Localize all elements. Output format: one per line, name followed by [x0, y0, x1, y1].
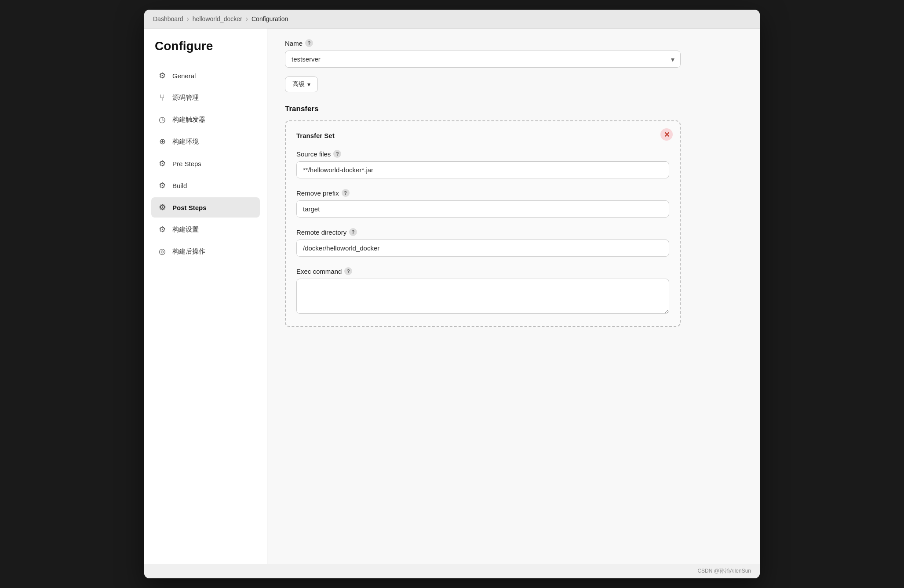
general-icon: ⚙ [157, 71, 167, 80]
advanced-label: 高级 [292, 80, 305, 88]
post-steps-icon: ⚙ [157, 203, 167, 212]
transfer-set-title: Transfer Set [296, 132, 669, 139]
name-select-wrapper: testserver [285, 51, 681, 68]
remove-prefix-label-text: Remove prefix [296, 189, 339, 197]
remove-prefix-input[interactable] [296, 200, 669, 218]
remote-directory-help-icon[interactable]: ? [349, 228, 357, 236]
sidebar-item-build-trigger[interactable]: ◷ 构建触发器 [151, 109, 260, 130]
sidebar-item-build[interactable]: ⚙ Build [151, 175, 260, 196]
breadcrumb-current: Configuration [252, 15, 288, 22]
sidebar-label-post-steps: Post Steps [172, 204, 207, 211]
exec-command-label: Exec command ? [296, 267, 669, 275]
remove-prefix-label: Remove prefix ? [296, 189, 669, 197]
titlebar: Dashboard › helloworld_docker › Configur… [144, 10, 760, 29]
advanced-chevron-icon: ▾ [307, 81, 310, 88]
advanced-button[interactable]: 高级 ▾ [285, 76, 318, 92]
sidebar-label-build: Build [172, 182, 187, 189]
name-help-icon[interactable]: ? [305, 39, 313, 47]
source-files-label: Source files ? [296, 150, 669, 158]
source-icon: ⑂ [157, 93, 167, 102]
sidebar-label-general: General [172, 72, 196, 80]
main-content: Name ? testserver 高级 ▾ Transfers T [267, 29, 760, 564]
remove-transfer-button[interactable]: ✕ [660, 128, 673, 141]
breadcrumb-dashboard[interactable]: Dashboard [153, 15, 183, 22]
main-layout: Configure ⚙ General ⑂ 源码管理 ◷ 构建触发器 ⊕ 构建环… [144, 29, 760, 564]
watermark: CSDN @孙治AllenSun [144, 564, 760, 578]
exec-command-textarea[interactable] [296, 279, 669, 314]
pre-steps-icon: ⚙ [157, 159, 167, 168]
sidebar-item-pre-steps[interactable]: ⚙ Pre Steps [151, 153, 260, 174]
sidebar-item-build-settings[interactable]: ⚙ 构建设置 [151, 219, 260, 240]
name-field-label: Name ? [285, 39, 681, 47]
sidebar-label-source: 源码管理 [172, 94, 199, 102]
remote-directory-input[interactable] [296, 240, 669, 257]
source-files-input[interactable] [296, 161, 669, 178]
sidebar-label-env: 构建环境 [172, 138, 199, 146]
sidebar-label-pre-steps: Pre Steps [172, 160, 201, 167]
sidebar-item-post-steps[interactable]: ⚙ Post Steps [151, 197, 260, 218]
source-files-help-icon[interactable]: ? [333, 150, 341, 158]
sidebar-label-post-build: 构建后操作 [172, 247, 205, 256]
exec-command-help-icon[interactable]: ? [344, 267, 352, 275]
sidebar-item-post-build[interactable]: ◎ 构建后操作 [151, 241, 260, 261]
remote-directory-label: Remote directory ? [296, 228, 669, 236]
breadcrumb: Dashboard › helloworld_docker › Configur… [153, 15, 288, 23]
sidebar-item-general[interactable]: ⚙ General [151, 65, 260, 86]
remove-prefix-help-icon[interactable]: ? [342, 189, 350, 197]
breadcrumb-sep-2: › [246, 15, 248, 23]
close-icon: ✕ [664, 131, 670, 139]
name-select[interactable]: testserver [285, 51, 681, 68]
breadcrumb-project[interactable]: helloworld_docker [193, 15, 242, 22]
sidebar-item-build-env[interactable]: ⊕ 构建环境 [151, 131, 260, 152]
clock-icon: ◷ [157, 115, 167, 124]
source-files-label-text: Source files [296, 150, 331, 158]
remote-directory-label-text: Remote directory [296, 229, 346, 236]
build-settings-icon: ⚙ [157, 225, 167, 234]
app-window: Dashboard › helloworld_docker › Configur… [144, 10, 760, 578]
sidebar-item-source-control[interactable]: ⑂ 源码管理 [151, 87, 260, 108]
form-section: Name ? testserver 高级 ▾ Transfers T [285, 39, 681, 327]
sidebar-title: Configure [151, 39, 260, 53]
post-build-icon: ◎ [157, 247, 167, 256]
exec-command-label-text: Exec command [296, 268, 342, 275]
globe-icon: ⊕ [157, 137, 167, 146]
sidebar-label-trigger: 构建触发器 [172, 116, 205, 124]
transfer-set-box: Transfer Set ✕ Source files ? Remove pre… [285, 120, 681, 327]
breadcrumb-sep-1: › [187, 15, 189, 23]
build-icon: ⚙ [157, 181, 167, 190]
sidebar: Configure ⚙ General ⑂ 源码管理 ◷ 构建触发器 ⊕ 构建环… [144, 29, 267, 564]
transfers-section-label: Transfers [285, 105, 681, 113]
sidebar-label-build-settings: 构建设置 [172, 225, 199, 234]
name-label-text: Name [285, 40, 303, 47]
